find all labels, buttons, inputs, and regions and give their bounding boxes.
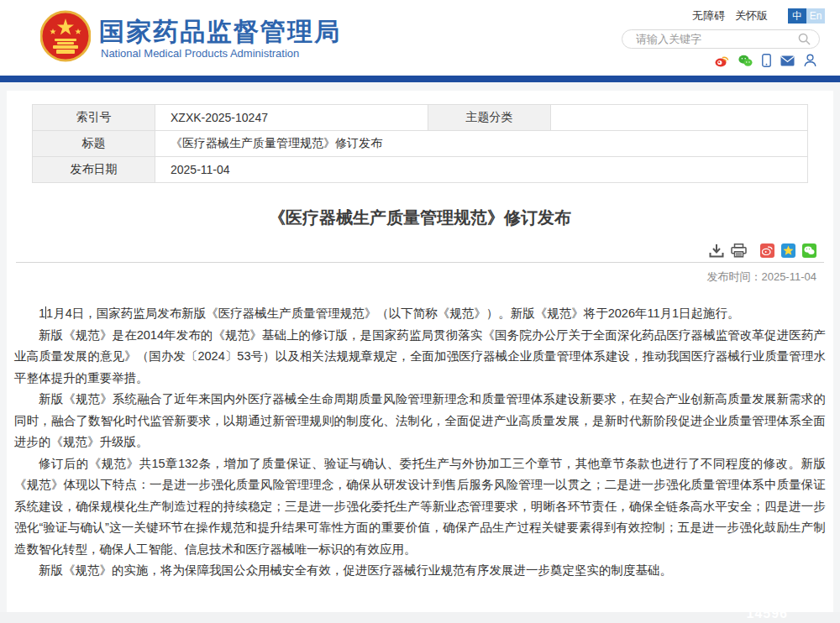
- site-header: 国家药品监督管理局 National Medical Products Admi…: [0, 0, 840, 76]
- index-number-value: XZXK-2025-10247: [155, 105, 428, 131]
- page: 国家药品监督管理局 National Medical Products Admi…: [0, 0, 840, 623]
- weibo-icon[interactable]: [715, 55, 729, 67]
- title-label: 标题: [33, 131, 155, 157]
- article-title: 《医疗器械生产质量管理规范》修订发布: [7, 207, 833, 229]
- lang-cn-button[interactable]: 中: [788, 8, 806, 24]
- index-number-label: 索引号: [33, 105, 155, 131]
- site-subtitle: National Medical Products Administration: [101, 47, 299, 60]
- search-input[interactable]: [622, 33, 798, 45]
- print-icon[interactable]: [731, 243, 747, 258]
- lang-en-button[interactable]: En: [806, 8, 825, 24]
- site-title: 国家药品监督管理局: [99, 15, 341, 50]
- paragraph: 新版《规范》的实施，将为保障我国公众用械安全有效，促进医疗器械行业规范有序发展进…: [14, 560, 826, 582]
- table-row: 标题 《医疗器械生产质量管理规范》修订发布: [33, 131, 808, 157]
- article-body: 11月4日，国家药监局发布新版《医疗器械生产质量管理规范》（以下简称《规范》）。…: [14, 303, 826, 582]
- care-version-link[interactable]: 关怀版: [735, 8, 768, 24]
- paragraph: 新版《规范》系统融合了近年来国内外医疗器械全生命周期质量风险管理新理念和质量管理…: [14, 389, 826, 453]
- visit-counter: 14596: [747, 606, 789, 621]
- download-icon[interactable]: [709, 243, 724, 258]
- mail-icon[interactable]: [780, 55, 795, 66]
- social-icon-row: [715, 54, 816, 67]
- header-accent-bar: [0, 76, 840, 82]
- publish-date-value: 2025-11-04: [155, 157, 808, 183]
- user-icon[interactable]: [804, 54, 816, 67]
- title-divider: [16, 262, 824, 263]
- content-panel: 索引号 XZXK-2025-10247 主题分类 标题 《医疗器械生产质量管理规…: [7, 91, 833, 623]
- search-icon[interactable]: [798, 33, 811, 45]
- share-qzone-icon[interactable]: [781, 243, 795, 258]
- top-utility-links: 无障碍 关怀版 中 En: [692, 8, 825, 24]
- share-wechat-icon[interactable]: [802, 243, 816, 258]
- table-row: 索引号 XZXK-2025-10247 主题分类: [33, 105, 808, 131]
- topic-category-value: [551, 105, 808, 131]
- wechat-icon[interactable]: [738, 55, 753, 67]
- language-switch: 中 En: [788, 8, 825, 24]
- paragraph: 11月4日，国家药监局发布新版《医疗器械生产质量管理规范》（以下简称《规范》）。…: [14, 303, 826, 325]
- title-value: 《医疗器械生产质量管理规范》修订发布: [155, 131, 808, 157]
- topic-category-label: 主题分类: [428, 105, 551, 131]
- table-row: 发布日期 2025-11-04: [33, 157, 808, 183]
- paragraph: 修订后的《规范》共15章132条，增加了质量保证、验证与确认、委托生产与外协加工…: [14, 453, 826, 561]
- accessibility-link[interactable]: 无障碍: [692, 8, 725, 24]
- publish-time: 发布时间：2025-11-04: [7, 270, 816, 285]
- article-toolbar: [7, 243, 816, 258]
- share-weibo-icon[interactable]: [760, 243, 774, 258]
- publish-date-label: 发布日期: [33, 157, 155, 183]
- footer-strip: [0, 612, 840, 623]
- paragraph: 新版《规范》是在2014年发布的《规范》基础上的修订版，是国家药监局贯彻落实《国…: [14, 325, 826, 390]
- site-search: [622, 29, 820, 49]
- document-meta-table: 索引号 XZXK-2025-10247 主题分类 标题 《医疗器械生产质量管理规…: [32, 104, 808, 183]
- mobile-icon[interactable]: [762, 54, 771, 67]
- national-emblem-logo: [40, 10, 91, 62]
